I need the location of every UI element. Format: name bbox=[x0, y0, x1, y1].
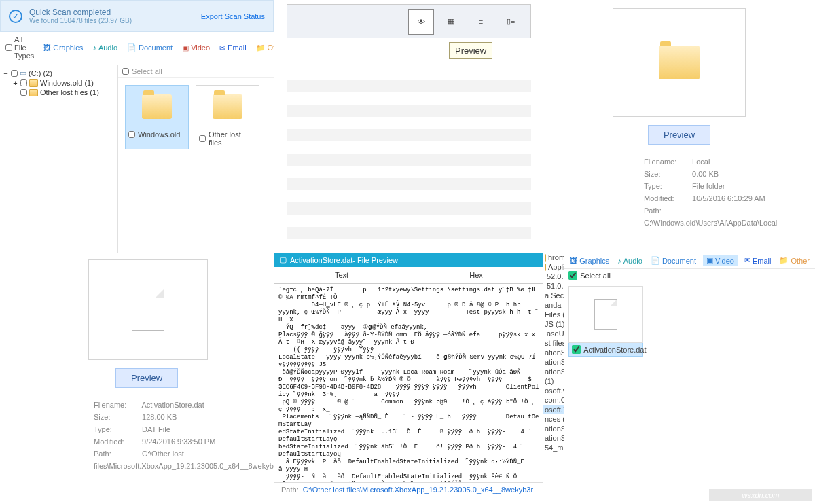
tree-item[interactable]: com.CandyCrushSod bbox=[543, 395, 564, 405]
select-all-bar[interactable]: Select all bbox=[564, 269, 815, 282]
tree-item[interactable]: ationStore (1) bbox=[543, 348, 564, 357]
tab-video[interactable]: ▣Video bbox=[181, 43, 211, 53]
tree-item[interactable]: Files (1) bbox=[543, 310, 564, 319]
folder-tile[interactable]: Windows.old bbox=[125, 85, 189, 149]
tree-item[interactable]: anda Cloud Antivirus bbox=[543, 300, 564, 310]
preview-panel-folder: Preview Filename: Local Size: 0.00 KB Ty… bbox=[543, 0, 815, 253]
tab-document[interactable]: 📄Document bbox=[649, 255, 698, 266]
scan-header: ✓ Quick Scan completed We found 150478 f… bbox=[0, 0, 274, 32]
thumbnail bbox=[568, 286, 643, 343]
window-icon: ▢ bbox=[280, 255, 287, 264]
tab-audio[interactable]: ♪Audio bbox=[616, 256, 644, 266]
tree-item[interactable]: 54_microsoft-window bbox=[543, 443, 564, 452]
tree-item[interactable]: ationStore (1) bbox=[543, 424, 564, 433]
tree-root[interactable]: −▭(C:) (2) bbox=[3, 68, 115, 78]
scan-subtitle: We found 150478 files (23.97 GB) bbox=[29, 17, 132, 24]
tab-all[interactable]: All File Types bbox=[4, 35, 35, 60]
detail-view-button[interactable]: ▯≡ bbox=[498, 9, 524, 35]
preview-tooltip: Preview bbox=[449, 42, 492, 59]
tree-item[interactable]: osoft.windowscommı bbox=[543, 386, 564, 395]
folder-icon bbox=[545, 264, 546, 271]
tree-item[interactable]: ationStore (1) bbox=[543, 433, 564, 443]
file-type-tabs: All File Types 🖼Graphics ♪Audio 📄Documen… bbox=[0, 32, 274, 65]
folder-icon bbox=[545, 254, 546, 262]
tab-audio[interactable]: ♪Audio bbox=[91, 43, 119, 52]
tree-item[interactable]: JS (1) bbox=[543, 319, 564, 329]
meta-label: Filename: bbox=[94, 399, 140, 411]
file-metadata: Filename: Local Size: 0.00 KB Type: File… bbox=[543, 149, 815, 229]
tree-item[interactable]: aseUS Data Recovery ' bbox=[543, 329, 564, 338]
tab-document[interactable]: 📄Document bbox=[126, 43, 174, 53]
right-browser-panel: hrome (2) Application (2) 52.0.2743.82 (… bbox=[543, 253, 815, 504]
empty-list bbox=[287, 68, 531, 239]
meta-label: Size: bbox=[94, 411, 140, 423]
meta-label: Path: bbox=[644, 204, 690, 217]
image-icon: 🖼 bbox=[43, 43, 51, 52]
scan-panel: ✓ Quick Scan completed We found 150478 f… bbox=[0, 0, 274, 253]
email-icon: ✉ bbox=[744, 256, 750, 265]
tree-item[interactable]: 52.0.2743.82 (1) bbox=[543, 272, 564, 281]
tab-graphics[interactable]: 🖼Graphics bbox=[568, 256, 611, 266]
drive-icon: ▭ bbox=[20, 69, 26, 77]
scan-title: Quick Scan completed bbox=[29, 7, 132, 17]
tree-item-selected[interactable]: osoft.XboxApp_19.21.: bbox=[543, 405, 564, 414]
music-icon: ♪ bbox=[92, 43, 96, 52]
preview-button[interactable]: Preview bbox=[115, 368, 178, 388]
tree-item[interactable]: ationStore (1) bbox=[543, 367, 564, 376]
tab-hex[interactable]: Hex bbox=[409, 267, 543, 283]
tree-item[interactable]: +Windows.old (1) bbox=[3, 78, 115, 88]
export-scan-link[interactable]: Export Scan Status bbox=[201, 12, 265, 20]
grid-icon: ▦ bbox=[448, 17, 454, 26]
tab-graphics[interactable]: 🖼Graphics bbox=[42, 43, 84, 52]
meta-label: Path: bbox=[94, 448, 140, 460]
tree-item[interactable]: (1) bbox=[543, 376, 564, 386]
right-file-type-tabs: 🖼Graphics ♪Audio 📄Document ▣Video ✉Email… bbox=[564, 253, 815, 269]
folder-icon: 📁 bbox=[256, 43, 266, 52]
side-tree: hrome (2) Application (2) 52.0.2743.82 (… bbox=[543, 253, 564, 504]
folder-tile[interactable]: Other lost files bbox=[196, 85, 259, 149]
folder-icon bbox=[142, 94, 172, 119]
folder-icon bbox=[659, 46, 700, 79]
collapse-icon[interactable]: − bbox=[3, 69, 9, 77]
tab-text[interactable]: Text bbox=[274, 267, 409, 283]
thumbnail bbox=[613, 8, 746, 117]
video-icon: ▣ bbox=[706, 256, 713, 265]
tree-item[interactable]: ationStore (1) bbox=[543, 357, 564, 367]
tree-item[interactable]: 51.0.2704.103 (1) bbox=[543, 281, 564, 291]
eye-icon: 👁 bbox=[418, 18, 425, 26]
document-icon: 📄 bbox=[127, 43, 137, 52]
expand-icon[interactable]: + bbox=[12, 79, 18, 87]
tab-other[interactable]: 📁Other bbox=[778, 255, 811, 266]
select-all-bar[interactable]: Select all bbox=[118, 65, 274, 78]
hex-body[interactable]: `egfc ¸ bėQá-7Í p 1h2txyewy\Settings \se… bbox=[274, 284, 543, 482]
tree-item[interactable]: a Security (1) bbox=[543, 291, 564, 300]
grid-view-button[interactable]: ▦ bbox=[438, 9, 464, 35]
preview-button[interactable]: Preview bbox=[648, 125, 710, 145]
tree-item[interactable]: st files (51) bbox=[543, 338, 564, 348]
tree-item[interactable]: nces (18) bbox=[543, 414, 564, 424]
hex-preview-panel: ▢ActivationStore.dat- File Preview Text … bbox=[274, 253, 543, 504]
tab-other[interactable]: 📁Ot bbox=[255, 43, 277, 53]
tree-item[interactable]: Application (2) bbox=[543, 262, 564, 272]
detail-icon: ▯≡ bbox=[507, 17, 515, 26]
tab-video[interactable]: ▣Video bbox=[703, 255, 738, 266]
file-icon bbox=[594, 299, 617, 330]
meta-label: Modified: bbox=[644, 192, 690, 204]
preview-toggle-button[interactable]: 👁 bbox=[408, 9, 434, 35]
folder-icon bbox=[29, 79, 38, 87]
list-view-button[interactable]: ≡ bbox=[468, 9, 494, 35]
watermark: wsxdn.com bbox=[709, 489, 812, 501]
file-grid: Select all Windows.old Other lost files bbox=[118, 65, 274, 261]
tab-email[interactable]: ✉Email bbox=[743, 255, 773, 266]
tree-item[interactable]: Other lost files (1) bbox=[3, 88, 115, 97]
tree-item[interactable]: hrome (2) bbox=[543, 253, 564, 262]
view-toolbar-panel: 👁 ▦ ≡ ▯≡ Preview bbox=[274, 0, 543, 253]
tab-email[interactable]: ✉Email bbox=[218, 43, 248, 53]
meta-label: Type: bbox=[94, 423, 140, 435]
check-icon: ✓ bbox=[9, 10, 22, 23]
image-icon: 🖼 bbox=[570, 257, 577, 265]
list-icon: ≡ bbox=[479, 18, 483, 26]
email-icon: ✉ bbox=[219, 43, 225, 52]
meta-label: Filename: bbox=[644, 156, 690, 168]
file-tile[interactable]: ActivationStore.dat bbox=[568, 286, 643, 357]
